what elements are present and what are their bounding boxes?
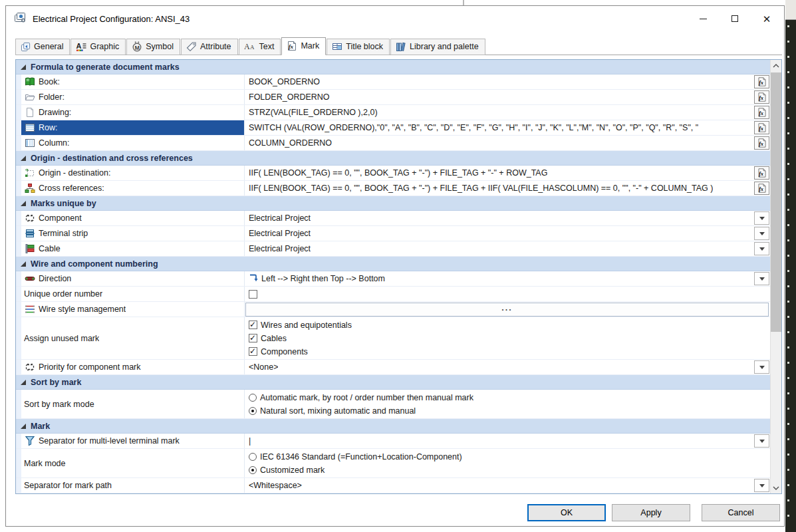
unique-order-number-checkbox[interactable] <box>249 290 257 299</box>
tab-attribute[interactable]: Attribute <box>181 39 238 55</box>
row-unique-order-number[interactable]: Unique order number <box>16 287 770 302</box>
section-marks-unique-by[interactable]: Marks unique by <box>16 196 770 211</box>
natural-sort-radio[interactable] <box>249 407 257 415</box>
property-value[interactable]: Left --> Right then Top --> Bottom <box>259 274 385 283</box>
property-value[interactable]: IIF( LEN(BOOK_TAG) == 0, "", BOOK_TAG + … <box>245 168 547 178</box>
property-value[interactable]: BOOK_ORDERNO <box>245 77 320 86</box>
close-button[interactable]: ✕ <box>751 6 783 31</box>
svg-text:fx: fx <box>759 186 763 192</box>
row-assign-unused-mark[interactable]: Assign unused mark Wires and equipotenti… <box>16 317 770 360</box>
minimize-icon <box>700 19 707 19</box>
dropdown-button[interactable] <box>754 227 769 240</box>
tab-title-block[interactable]: Title block <box>327 39 390 55</box>
scroll-down-button[interactable] <box>771 482 781 493</box>
window-controls: ✕ <box>687 6 783 31</box>
tab-label: Text <box>259 42 275 51</box>
wire-style-field[interactable]: ... <box>245 303 769 317</box>
property-value[interactable]: FOLDER_ORDERNO <box>245 92 330 102</box>
minimize-button[interactable] <box>687 6 719 31</box>
dropdown-button[interactable] <box>754 479 769 492</box>
dropdown-button[interactable] <box>754 242 769 255</box>
wires-equipotentials-checkbox[interactable] <box>249 321 257 329</box>
property-value[interactable]: Electrical Project <box>245 213 311 223</box>
svg-text:fx: fx <box>759 126 763 132</box>
row-row-selected[interactable]: Row: SWITCH (VAL(ROW_ORDERNO),"0", "A", … <box>16 120 770 136</box>
apply-button[interactable]: Apply <box>612 504 690 521</box>
section-sort-by-mark[interactable]: Sort by mark <box>16 375 770 390</box>
formula-editor-button[interactable]: fx <box>754 136 769 150</box>
property-value[interactable]: <None> <box>245 362 278 372</box>
row-drawing[interactable]: Drawing: STRZ(VAL(FILE_ORDERNO ),2,0) fx <box>16 105 770 120</box>
row-component[interactable]: Component Electrical Project <box>16 211 770 226</box>
table-columns-icon <box>24 138 35 148</box>
cables-checkbox[interactable] <box>249 334 257 342</box>
row-folder[interactable]: Folder: FOLDER_ORDERNO fx <box>16 90 770 105</box>
row-direction[interactable]: Direction Left --> Right then Top --> Bo… <box>16 271 770 287</box>
tab-graphic[interactable]: A Graphic <box>70 39 126 55</box>
row-separator-mark-path[interactable]: Separator for mark path <Whitespace> <box>16 478 770 493</box>
radio-label: Natural sort, mixing automatic and manua… <box>260 406 416 416</box>
row-gutter <box>16 449 21 477</box>
tab-mark[interactable]: fx Mark <box>281 37 326 55</box>
dropdown-button[interactable] <box>754 211 769 225</box>
property-value[interactable]: IIF( LEN(BOOK_TAG) == 0, "", BOOK_TAG + … <box>245 184 713 193</box>
row-gutter <box>16 271 21 286</box>
tab-symbol[interactable]: M Symbol <box>126 39 180 55</box>
cancel-button[interactable]: Cancel <box>702 504 780 521</box>
formula-editor-button[interactable]: fx <box>754 166 769 180</box>
scroll-up-button[interactable] <box>771 60 781 71</box>
svg-text:fx: fx <box>759 171 763 177</box>
property-label: Component <box>39 213 82 223</box>
row-origin-destination[interactable]: Origin - destination: IIF( LEN(BOOK_TAG)… <box>16 166 770 181</box>
dropdown-button[interactable] <box>754 360 769 374</box>
tab-library-and-palette[interactable]: Library and palette <box>390 39 485 55</box>
row-mark-mode[interactable]: Mark mode IEC 61346 Standard (=Function+… <box>16 449 770 478</box>
formula-editor-button[interactable]: fx <box>754 182 769 195</box>
dropdown-button[interactable] <box>754 272 769 285</box>
property-label: Priority for component mark <box>39 362 141 372</box>
iec-standard-radio[interactable] <box>249 453 257 461</box>
tab-general[interactable]: General <box>15 39 70 55</box>
section-wire-component-numbering[interactable]: Wire and component numbering <box>16 257 770 271</box>
customized-mark-radio[interactable] <box>249 466 257 474</box>
wire-icon <box>24 273 35 284</box>
row-column[interactable]: Column: COLUMN_ORDERNO fx <box>16 136 770 151</box>
property-value[interactable]: <Whitespace> <box>245 481 302 490</box>
tab-text[interactable]: AA Text <box>239 39 281 55</box>
formula-editor-button[interactable]: fx <box>754 121 769 134</box>
row-gutter <box>16 241 21 256</box>
checkbox-label: Wires and equipotentials <box>261 321 352 330</box>
property-value[interactable]: SWITCH (VAL(ROW_ORDERNO),"0", "A", "B", … <box>245 123 698 132</box>
tab-label: Library and palette <box>410 42 479 51</box>
vertical-scrollbar[interactable] <box>770 60 781 493</box>
maximize-button[interactable] <box>719 6 751 31</box>
ellipsis-button[interactable]: ... <box>501 303 512 313</box>
scrollbar-thumb[interactable] <box>771 72 781 332</box>
row-separator-terminal-mark[interactable]: Separator for multi-level terminal mark … <box>16 434 770 449</box>
row-wire-style-management[interactable]: Wire style management ... <box>16 302 770 317</box>
section-formula-document-marks[interactable]: Formula to generate document marks <box>16 60 770 74</box>
row-gutter <box>16 211 21 225</box>
formula-editor-button[interactable]: fx <box>754 75 769 88</box>
property-value[interactable]: STRZ(VAL(FILE_ORDERNO ),2,0) <box>245 108 378 117</box>
property-value[interactable]: Electrical Project <box>245 244 311 253</box>
property-value[interactable]: COLUMN_ORDERNO <box>245 138 332 148</box>
section-mark[interactable]: Mark <box>16 419 770 434</box>
section-origin-destination[interactable]: Origin - destination and cross reference… <box>16 151 770 166</box>
window-title: Electrical Project Configuration: ANSI_4… <box>33 14 190 24</box>
row-terminal-strip[interactable]: Terminal strip Electrical Project <box>16 226 770 241</box>
ok-button[interactable]: OK <box>527 504 606 521</box>
formula-editor-button[interactable]: fx <box>754 90 769 104</box>
property-value[interactable]: Electrical Project <box>245 229 311 238</box>
row-cable[interactable]: Cable Electrical Project <box>16 241 770 257</box>
row-priority-component-mark[interactable]: Priority for component mark <None> <box>16 360 770 375</box>
components-checkbox[interactable] <box>249 347 257 356</box>
row-book[interactable]: Book: BOOK_ORDERNO fx <box>16 74 770 90</box>
row-cross-references[interactable]: Cross references: IIF( LEN(BOOK_TAG) == … <box>16 181 770 196</box>
automatic-mark-radio[interactable] <box>249 394 257 402</box>
dropdown-button[interactable] <box>754 434 769 448</box>
property-value[interactable]: | <box>245 436 251 446</box>
row-sort-by-mark-mode[interactable]: Sort by mark mode Automatic mark, by roo… <box>16 390 770 419</box>
row-gutter <box>16 90 21 104</box>
formula-editor-button[interactable]: fx <box>754 106 769 119</box>
